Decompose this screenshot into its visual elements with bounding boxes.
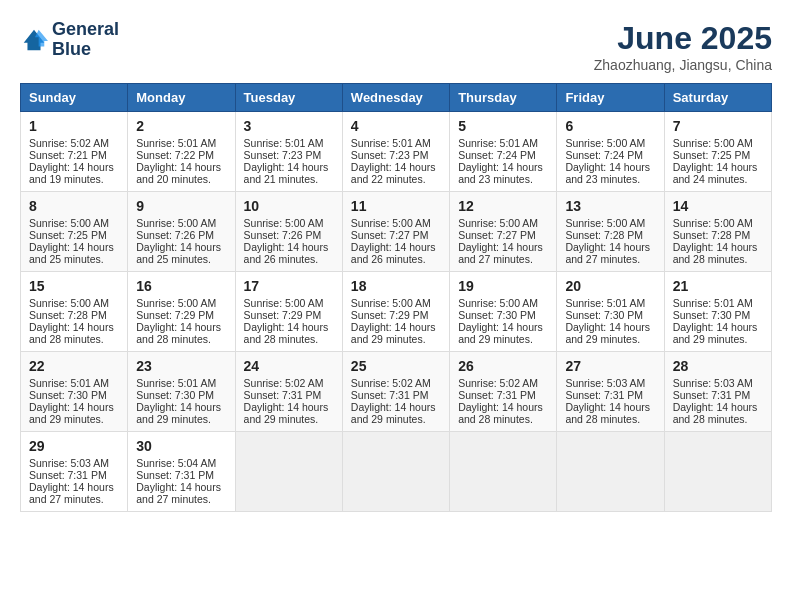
sunrise-label: Sunrise: 5:00 AM (136, 217, 216, 229)
location: Zhaozhuang, Jiangsu, China (594, 57, 772, 73)
day-number: 2 (136, 118, 226, 134)
daylight-label: Daylight: 14 hours (136, 241, 221, 253)
daylight-minutes: and 28 minutes. (29, 333, 104, 345)
sunrise-label: Sunrise: 5:00 AM (458, 217, 538, 229)
daylight-label: Daylight: 14 hours (244, 161, 329, 173)
daylight-minutes: and 23 minutes. (565, 173, 640, 185)
daylight-minutes: and 27 minutes. (136, 493, 211, 505)
daylight-label: Daylight: 14 hours (458, 401, 543, 413)
day-header-friday: Friday (557, 84, 664, 112)
day-number: 1 (29, 118, 119, 134)
calendar-cell (235, 432, 342, 512)
daylight-minutes: and 27 minutes. (29, 493, 104, 505)
sunset-label: Sunset: 7:21 PM (29, 149, 107, 161)
day-number: 14 (673, 198, 763, 214)
daylight-minutes: and 21 minutes. (244, 173, 319, 185)
sunset-label: Sunset: 7:31 PM (351, 389, 429, 401)
sunrise-label: Sunrise: 5:04 AM (136, 457, 216, 469)
sunset-label: Sunset: 7:22 PM (136, 149, 214, 161)
daylight-label: Daylight: 14 hours (136, 401, 221, 413)
daylight-minutes: and 26 minutes. (351, 253, 426, 265)
day-number: 21 (673, 278, 763, 294)
day-number: 15 (29, 278, 119, 294)
calendar-cell: 13 Sunrise: 5:00 AM Sunset: 7:28 PM Dayl… (557, 192, 664, 272)
sunrise-label: Sunrise: 5:00 AM (244, 217, 324, 229)
daylight-label: Daylight: 14 hours (29, 241, 114, 253)
calendar-cell: 17 Sunrise: 5:00 AM Sunset: 7:29 PM Dayl… (235, 272, 342, 352)
calendar-cell: 22 Sunrise: 5:01 AM Sunset: 7:30 PM Dayl… (21, 352, 128, 432)
sunset-label: Sunset: 7:29 PM (136, 309, 214, 321)
sunset-label: Sunset: 7:30 PM (565, 309, 643, 321)
sunrise-label: Sunrise: 5:00 AM (29, 297, 109, 309)
day-number: 5 (458, 118, 548, 134)
calendar-cell: 20 Sunrise: 5:01 AM Sunset: 7:30 PM Dayl… (557, 272, 664, 352)
daylight-minutes: and 28 minutes. (136, 333, 211, 345)
day-number: 10 (244, 198, 334, 214)
sunrise-label: Sunrise: 5:01 AM (136, 377, 216, 389)
sunset-label: Sunset: 7:31 PM (458, 389, 536, 401)
daylight-label: Daylight: 14 hours (565, 321, 650, 333)
daylight-minutes: and 22 minutes. (351, 173, 426, 185)
calendar-cell: 28 Sunrise: 5:03 AM Sunset: 7:31 PM Dayl… (664, 352, 771, 432)
calendar-cell (664, 432, 771, 512)
logo-icon (20, 26, 48, 54)
day-number: 7 (673, 118, 763, 134)
sunset-label: Sunset: 7:30 PM (458, 309, 536, 321)
sunset-label: Sunset: 7:23 PM (351, 149, 429, 161)
sunset-label: Sunset: 7:24 PM (458, 149, 536, 161)
calendar-cell: 1 Sunrise: 5:02 AM Sunset: 7:21 PM Dayli… (21, 112, 128, 192)
day-header-saturday: Saturday (664, 84, 771, 112)
title-block: June 2025 Zhaozhuang, Jiangsu, China (594, 20, 772, 73)
sunset-label: Sunset: 7:31 PM (136, 469, 214, 481)
daylight-label: Daylight: 14 hours (29, 161, 114, 173)
calendar-cell: 6 Sunrise: 5:00 AM Sunset: 7:24 PM Dayli… (557, 112, 664, 192)
daylight-minutes: and 29 minutes. (351, 333, 426, 345)
day-header-monday: Monday (128, 84, 235, 112)
sunrise-label: Sunrise: 5:02 AM (29, 137, 109, 149)
calendar-cell: 21 Sunrise: 5:01 AM Sunset: 7:30 PM Dayl… (664, 272, 771, 352)
daylight-label: Daylight: 14 hours (565, 161, 650, 173)
daylight-label: Daylight: 14 hours (565, 241, 650, 253)
sunrise-label: Sunrise: 5:01 AM (673, 297, 753, 309)
sunset-label: Sunset: 7:30 PM (29, 389, 107, 401)
sunrise-label: Sunrise: 5:03 AM (565, 377, 645, 389)
daylight-minutes: and 28 minutes. (565, 413, 640, 425)
daylight-label: Daylight: 14 hours (351, 161, 436, 173)
calendar-header-row: SundayMondayTuesdayWednesdayThursdayFrid… (21, 84, 772, 112)
daylight-label: Daylight: 14 hours (351, 241, 436, 253)
daylight-minutes: and 28 minutes. (673, 413, 748, 425)
daylight-minutes: and 27 minutes. (458, 253, 533, 265)
day-number: 9 (136, 198, 226, 214)
day-number: 26 (458, 358, 548, 374)
logo-line1: General (52, 20, 119, 40)
day-header-thursday: Thursday (450, 84, 557, 112)
sunset-label: Sunset: 7:27 PM (458, 229, 536, 241)
daylight-minutes: and 26 minutes. (244, 253, 319, 265)
daylight-label: Daylight: 14 hours (244, 401, 329, 413)
calendar-cell: 14 Sunrise: 5:00 AM Sunset: 7:28 PM Dayl… (664, 192, 771, 272)
calendar-cell: 11 Sunrise: 5:00 AM Sunset: 7:27 PM Dayl… (342, 192, 449, 272)
calendar-cell: 26 Sunrise: 5:02 AM Sunset: 7:31 PM Dayl… (450, 352, 557, 432)
daylight-label: Daylight: 14 hours (673, 401, 758, 413)
daylight-minutes: and 24 minutes. (673, 173, 748, 185)
week-row-2: 8 Sunrise: 5:00 AM Sunset: 7:25 PM Dayli… (21, 192, 772, 272)
daylight-label: Daylight: 14 hours (673, 321, 758, 333)
daylight-label: Daylight: 14 hours (136, 481, 221, 493)
day-number: 20 (565, 278, 655, 294)
day-number: 8 (29, 198, 119, 214)
sunrise-label: Sunrise: 5:01 AM (136, 137, 216, 149)
day-number: 25 (351, 358, 441, 374)
week-row-1: 1 Sunrise: 5:02 AM Sunset: 7:21 PM Dayli… (21, 112, 772, 192)
sunrise-label: Sunrise: 5:00 AM (244, 297, 324, 309)
day-header-wednesday: Wednesday (342, 84, 449, 112)
day-number: 28 (673, 358, 763, 374)
sunset-label: Sunset: 7:30 PM (136, 389, 214, 401)
day-number: 12 (458, 198, 548, 214)
calendar-cell: 8 Sunrise: 5:00 AM Sunset: 7:25 PM Dayli… (21, 192, 128, 272)
sunrise-label: Sunrise: 5:00 AM (565, 217, 645, 229)
sunset-label: Sunset: 7:26 PM (136, 229, 214, 241)
sunrise-label: Sunrise: 5:01 AM (565, 297, 645, 309)
day-number: 29 (29, 438, 119, 454)
sunset-label: Sunset: 7:31 PM (673, 389, 751, 401)
daylight-minutes: and 29 minutes. (136, 413, 211, 425)
